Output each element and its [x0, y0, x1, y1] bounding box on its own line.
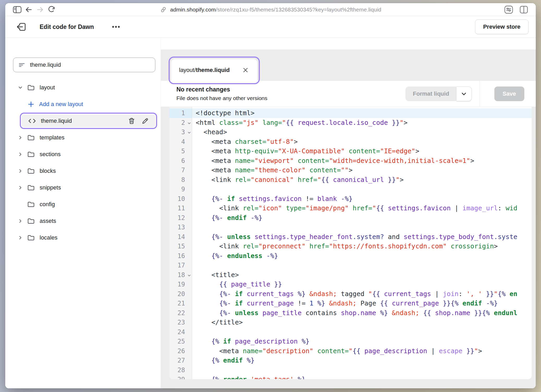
chevron-right-icon[interactable] [17, 134, 23, 141]
code-line[interactable]: <link rel="canonical" href="{{ canonical… [196, 175, 532, 185]
file-tree: layout Add a new layout theme.liquid [13, 81, 155, 244]
code-line[interactable]: <title> [196, 270, 532, 280]
file-sidebar: layout Add a new layout theme.liquid [5, 38, 161, 388]
link-icon [160, 6, 167, 13]
fold-arrow-icon[interactable] [187, 131, 191, 134]
page-title: Edit code for Dawn [40, 23, 94, 30]
file-name-label: theme.liquid [41, 118, 72, 124]
line-number: 13 [169, 223, 192, 232]
code-line[interactable]: {%- if current_tags %} &ndash; tagged "{… [196, 289, 532, 299]
sidebar-item-layout[interactable]: layout [13, 81, 155, 94]
line-number: 3 [169, 127, 192, 137]
line-number: 10 [169, 194, 192, 204]
save-button[interactable]: Save [494, 87, 524, 101]
tab-theme-liquid[interactable]: layout/theme.liquid [171, 59, 257, 81]
folder-icon [27, 234, 35, 242]
line-number: 24 [169, 327, 192, 337]
line-number: 8 [169, 175, 192, 185]
code-line[interactable]: {% if page_description %} [196, 337, 532, 346]
folder-icon [27, 134, 35, 142]
code-line[interactable] [196, 261, 532, 270]
line-number: 16 [169, 251, 192, 261]
code-editor[interactable]: 1234567891011121314151617181920212223242… [169, 107, 532, 379]
code-line[interactable]: {% render 'meta-tags' %} [196, 375, 532, 379]
delete-icon[interactable] [127, 116, 137, 126]
code-line[interactable] [196, 327, 532, 337]
code-file-icon [28, 117, 36, 125]
code-line[interactable]: {%- endif -%} [196, 213, 532, 223]
code-pane[interactable]: <!doctype html><html class="js" lang="{{… [192, 107, 532, 379]
url-text[interactable]: admin.shopify.com/store/rzq1xu-f5/themes… [170, 7, 381, 13]
code-line[interactable]: <link rel="preconnect" href="https://fon… [196, 242, 532, 251]
url-path: /store/rzq1xu-f5/themes/132683530345?key… [216, 7, 381, 13]
toolbar-divider [479, 81, 480, 107]
chevron-right-icon[interactable] [17, 185, 23, 191]
browser-window: admin.shopify.com/store/rzq1xu-f5/themes… [5, 3, 536, 388]
back-icon[interactable] [23, 4, 34, 15]
code-line[interactable]: <html class="js" lang="{{ request.locale… [196, 118, 532, 128]
chevron-right-icon[interactable] [17, 168, 23, 174]
code-line[interactable] [196, 185, 532, 194]
sidebar-item-locales[interactable]: locales [13, 231, 155, 244]
status-subtitle: File does not have any other versions [176, 95, 267, 101]
line-number: 15 [169, 242, 192, 251]
add-new-layout-button[interactable]: Add a new layout [13, 98, 155, 111]
search-input[interactable] [30, 62, 150, 68]
editor-gutter: 1234567891011121314151617181920212223242… [169, 107, 192, 379]
more-menu-button[interactable] [109, 22, 124, 32]
chevron-right-icon[interactable] [17, 218, 23, 224]
address-bar[interactable]: admin.shopify.com/store/rzq1xu-f5/themes… [5, 3, 536, 16]
code-line[interactable]: {%- if current_page != 1 %} &ndash; Page… [196, 299, 532, 308]
sidebar-item-snippets[interactable]: snippets [13, 181, 155, 194]
close-icon[interactable] [242, 66, 249, 74]
file-search[interactable] [13, 58, 155, 72]
code-line[interactable]: </title> [196, 318, 532, 327]
sidebar-item-blocks[interactable]: blocks [13, 164, 155, 177]
sidebar-item-templates[interactable]: templates [13, 131, 155, 144]
line-number: 1 [169, 108, 192, 118]
code-line[interactable]: {% endif %} [196, 356, 532, 365]
line-number: 28 [169, 365, 192, 375]
line-number: 20 [169, 289, 192, 299]
code-line[interactable]: <meta name="viewport" content="width=dev… [196, 156, 532, 166]
sidebar-item-label: layout [40, 84, 55, 91]
line-number: 17 [169, 261, 192, 270]
sidebar-toggle-icon[interactable] [11, 4, 23, 15]
code-line[interactable]: <meta name="description" content="{{ pag… [196, 346, 532, 356]
fold-arrow-icon[interactable] [187, 273, 191, 277]
code-line[interactable] [196, 365, 532, 375]
code-line[interactable]: <meta name="theme-color" content=""> [196, 166, 532, 175]
line-number: 29 [169, 375, 192, 379]
format-dropdown-arrow[interactable] [457, 87, 472, 101]
line-number: 18 [169, 270, 192, 280]
split-view-icon[interactable] [518, 4, 530, 15]
code-line[interactable]: <meta charset="utf-8"> [196, 137, 532, 147]
code-line[interactable]: <!doctype html> [192, 108, 532, 118]
file-row-selected[interactable]: theme.liquid [22, 114, 155, 127]
chevron-down-icon[interactable] [17, 84, 23, 91]
code-line[interactable]: {%- unless page_title contains shop.name… [196, 308, 532, 318]
preview-store-button[interactable]: Preview store [475, 20, 528, 34]
chevron-right-icon[interactable] [17, 235, 23, 241]
sidebar-item-sections[interactable]: sections [13, 148, 155, 161]
folder-icon [27, 150, 35, 158]
code-line[interactable] [196, 223, 532, 232]
reload-icon[interactable] [46, 4, 57, 15]
chevron-right-icon[interactable] [17, 151, 23, 157]
code-line[interactable]: {{ page_title }} [196, 280, 532, 289]
format-liquid-label[interactable]: Format liquid [405, 87, 456, 101]
fold-arrow-icon[interactable] [187, 121, 191, 125]
code-line[interactable]: {%- endunless -%} [196, 251, 532, 261]
page-settings-icon[interactable] [503, 4, 514, 15]
code-line[interactable]: {%- if settings.favicon != blank -%} [196, 194, 532, 204]
code-line[interactable]: <head> [196, 127, 532, 137]
code-line[interactable]: <link rel="icon" type="image/png" href="… [196, 204, 532, 213]
code-line[interactable]: {%- unless settings.type_header_font.sys… [196, 232, 532, 242]
code-line[interactable]: <meta http-equiv="X-UA-Compatible" conte… [196, 146, 532, 156]
sidebar-item-config[interactable]: config [13, 198, 155, 211]
exit-icon[interactable] [16, 21, 27, 33]
line-number: 2 [169, 118, 192, 128]
sidebar-item-theme-liquid[interactable]: theme.liquid [22, 114, 155, 127]
sidebar-item-assets[interactable]: assets [13, 215, 155, 227]
rename-icon[interactable] [140, 116, 150, 126]
